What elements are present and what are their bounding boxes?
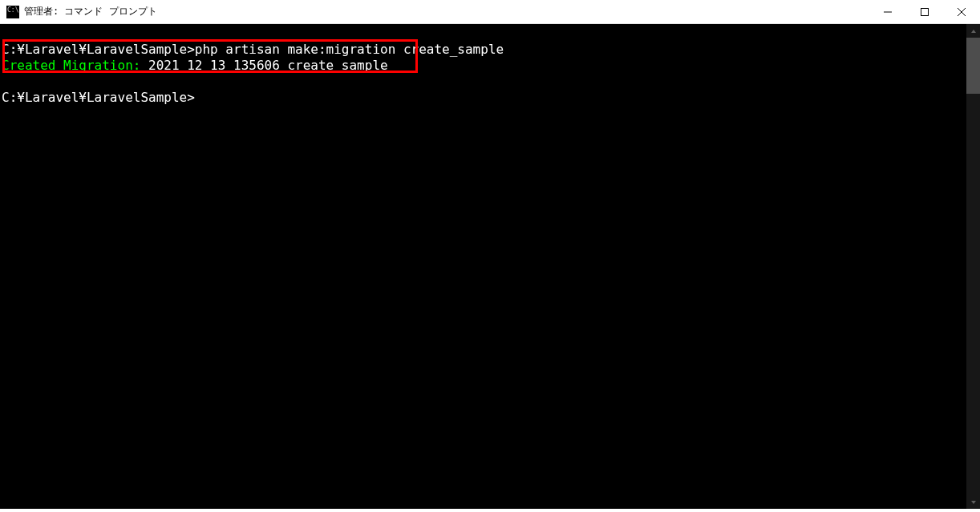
window-controls <box>869 0 980 23</box>
command-text: php artisan make:migration create_sample <box>195 42 504 57</box>
window-titlebar: 管理者: コマンド プロンプト <box>0 0 980 24</box>
window-bottom-border <box>0 509 980 512</box>
output-text: Created Migration: <box>2 58 148 73</box>
close-button[interactable] <box>943 0 980 23</box>
terminal-wrapper: C:¥Laravel¥LaravelSample>php artisan mak… <box>0 24 980 509</box>
terminal-blank-line <box>2 74 966 90</box>
terminal-output-line: Created Migration: 2021_12_13_135606_cre… <box>2 58 966 74</box>
minimize-button[interactable] <box>869 0 906 23</box>
svg-rect-1 <box>921 8 929 15</box>
prompt-text: C:¥Laravel¥LaravelSample> <box>2 90 195 105</box>
terminal-command-line: C:¥Laravel¥LaravelSample>php artisan mak… <box>2 42 966 58</box>
scroll-down-button[interactable] <box>966 495 980 509</box>
svg-marker-5 <box>971 501 976 504</box>
scrollbar-track[interactable] <box>966 38 980 495</box>
cmd-icon <box>6 6 19 18</box>
terminal-area[interactable]: C:¥Laravel¥LaravelSample>php artisan mak… <box>0 24 966 509</box>
terminal-blank-line <box>2 26 966 42</box>
scrollbar-thumb[interactable] <box>966 38 980 94</box>
terminal-prompt-line: C:¥Laravel¥LaravelSample> <box>2 90 966 106</box>
maximize-button[interactable] <box>906 0 943 23</box>
output-text: 2021_12_13_135606_create_sample <box>148 58 388 73</box>
vertical-scrollbar[interactable] <box>966 24 980 509</box>
scroll-up-button[interactable] <box>966 24 980 38</box>
prompt-text: C:¥Laravel¥LaravelSample> <box>2 42 195 57</box>
svg-marker-4 <box>971 30 976 33</box>
window-title: 管理者: コマンド プロンプト <box>24 5 869 18</box>
